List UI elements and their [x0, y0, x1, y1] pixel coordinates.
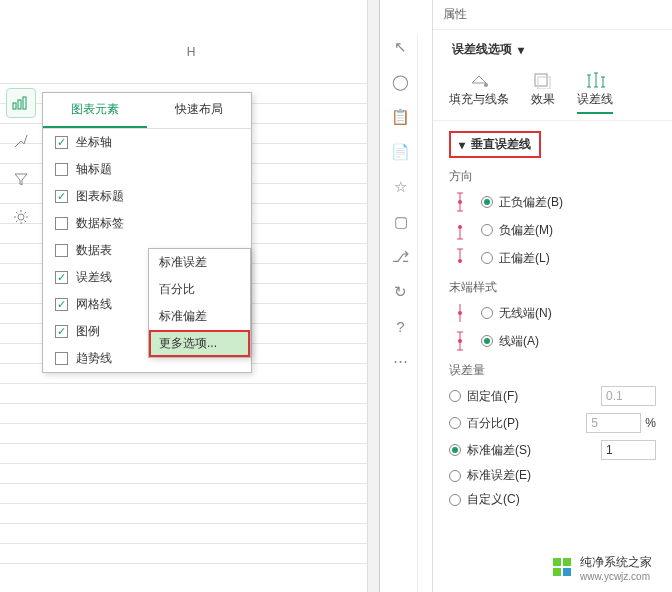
amount-input[interactable]: 5: [586, 413, 641, 433]
amount-input[interactable]: 1: [601, 440, 656, 460]
clipboard-icon[interactable]: 📋: [391, 108, 410, 126]
svg-point-31: [458, 339, 462, 343]
chk-axes[interactable]: 坐标轴: [43, 129, 251, 156]
chk-label: 误差线: [76, 269, 112, 286]
amount-custom[interactable]: 自定义(C): [449, 491, 656, 508]
svg-rect-2: [23, 97, 26, 109]
opt-label: 正偏差(L): [499, 250, 550, 267]
fill-icon: [468, 71, 490, 89]
opt-label: 线端(A): [499, 333, 539, 350]
amount-fixed[interactable]: 固定值(F)0.1: [449, 386, 656, 406]
svg-point-27: [458, 311, 462, 315]
svg-rect-35: [563, 568, 571, 576]
chart-settings-button[interactable]: [6, 202, 36, 232]
direction-opt-2[interactable]: 正偏差(L): [449, 247, 656, 269]
radio-icon: [481, 307, 493, 319]
checkbox-icon: [55, 298, 68, 311]
submenu-item-3[interactable]: 更多选项...: [149, 330, 250, 357]
tab-effects[interactable]: 效果: [531, 71, 555, 114]
radio-icon: [481, 252, 493, 264]
opt-label: 无线端(N): [499, 305, 552, 322]
svg-point-19: [458, 200, 462, 204]
cursor-icon[interactable]: ↖: [394, 38, 407, 56]
collapse-triangle-icon: ▾: [459, 138, 465, 152]
dropdown-label: 误差线选项: [452, 41, 512, 58]
checkbox-icon: [55, 271, 68, 284]
errorbar-options-dropdown[interactable]: 误差线选项 ▾: [445, 36, 531, 63]
vertical-scrollbar[interactable]: [367, 0, 379, 592]
chk-label: 数据标签: [76, 215, 124, 232]
chk-axistitle[interactable]: 轴标题: [43, 156, 251, 183]
unit: %: [645, 416, 656, 430]
chk-label: 趋势线: [76, 350, 112, 367]
chevron-down-icon: ▾: [518, 43, 524, 57]
watermark-url: www.ycwjz.com: [580, 571, 652, 582]
amount-label: 标准偏差(S): [467, 442, 601, 459]
amount-label: 固定值(F): [467, 388, 601, 405]
amount-pct[interactable]: 百分比(P)5%: [449, 413, 656, 433]
endstyle-label: 末端样式: [449, 279, 656, 296]
amount-stddev[interactable]: 标准偏差(S)1: [449, 440, 656, 460]
svg-point-22: [458, 225, 462, 229]
amount-stderr[interactable]: 标准误差(E): [449, 467, 656, 484]
more-icon[interactable]: ⋯: [393, 352, 408, 370]
checkbox-icon: [55, 325, 68, 338]
cube-icon[interactable]: ▢: [394, 213, 408, 231]
radio-icon: [481, 224, 493, 236]
chart-style-button[interactable]: [6, 126, 36, 156]
submenu-item-1[interactable]: 百分比: [149, 276, 250, 303]
chk-label: 图表标题: [76, 188, 124, 205]
endstyle-opt-1[interactable]: 线端(A): [449, 330, 656, 352]
direction-opt-1[interactable]: 负偏差(M): [449, 219, 656, 241]
column-header-h[interactable]: H: [145, 42, 237, 62]
svg-point-4: [484, 83, 488, 87]
tab-errorbar[interactable]: 误差线: [577, 71, 613, 114]
errorbar-submenu: 标准误差百分比标准偏差更多选项...: [148, 248, 251, 358]
chk-datalabels[interactable]: 数据标签: [43, 210, 251, 237]
tab-chart-elements[interactable]: 图表元素: [43, 93, 147, 128]
chart-side-tools: [6, 88, 36, 240]
svg-rect-34: [553, 568, 561, 576]
help-icon[interactable]: ?: [396, 318, 404, 335]
refresh-icon[interactable]: ↻: [394, 283, 407, 301]
amount-label: 自定义(C): [467, 491, 656, 508]
checkbox-icon: [55, 136, 68, 149]
errorbar-end-icon: [449, 302, 471, 324]
svg-rect-32: [553, 558, 561, 566]
chk-charttitle[interactable]: 图表标题: [43, 183, 251, 210]
submenu-item-0[interactable]: 标准误差: [149, 249, 250, 276]
watermark-text: 纯净系统之家: [580, 554, 652, 571]
svg-rect-5: [535, 74, 547, 86]
errorbar-end-icon: [449, 330, 471, 352]
chk-label: 网格线: [76, 296, 112, 313]
endstyle-opt-0[interactable]: 无线端(N): [449, 302, 656, 324]
lock-icon[interactable]: 📄: [391, 143, 410, 161]
svg-rect-33: [563, 558, 571, 566]
svg-point-3: [18, 214, 24, 220]
svg-rect-6: [538, 77, 550, 89]
share-icon[interactable]: ⎇: [392, 248, 409, 266]
tab-quick-layout[interactable]: 快速布局: [147, 93, 251, 128]
checkbox-icon: [55, 163, 68, 176]
tab-fill-line[interactable]: 填充与线条: [449, 71, 509, 114]
checkbox-icon: [55, 352, 68, 365]
effects-icon: [532, 71, 554, 89]
direction-opt-0[interactable]: 正负偏差(B): [449, 191, 656, 213]
chart-elements-button[interactable]: [6, 88, 36, 118]
amount-label: 标准误差(E): [467, 467, 656, 484]
shape-icon[interactable]: ◯: [392, 73, 409, 91]
opt-label: 负偏差(M): [499, 222, 553, 239]
submenu-item-2[interactable]: 标准偏差: [149, 303, 250, 330]
radio-icon: [449, 494, 461, 506]
amount-label: 误差量: [449, 362, 656, 379]
radio-icon: [449, 470, 461, 482]
right-icon-strip: ↖ ◯ 📋 📄 ☆ ▢ ⎇ ↻ ? ⋯: [384, 34, 418, 592]
radio-icon: [481, 196, 493, 208]
radio-icon: [481, 335, 493, 347]
checkbox-icon: [55, 244, 68, 257]
star-icon[interactable]: ☆: [394, 178, 407, 196]
amount-input[interactable]: 0.1: [601, 386, 656, 406]
chart-filter-button[interactable]: [6, 164, 36, 194]
chk-label: 轴标题: [76, 161, 112, 178]
vertical-errorbar-heading[interactable]: ▾ 垂直误差线: [449, 131, 541, 158]
